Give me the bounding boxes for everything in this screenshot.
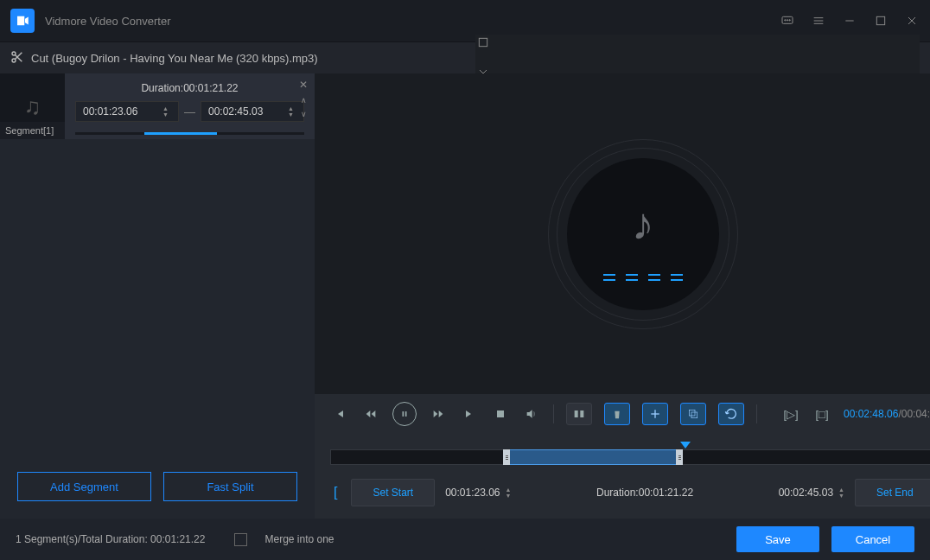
- preview-panel: ♪ [▷] [□] 00:02:48.06/00:04:32.08: [315, 73, 930, 519]
- spin-up-icon[interactable]: ▲: [288, 106, 296, 111]
- app-title: Vidmore Video Converter: [45, 15, 780, 28]
- compare-icon[interactable]: [566, 403, 592, 425]
- equalizer-icon: [603, 274, 683, 281]
- svg-rect-15: [479, 38, 487, 46]
- fast-split-button[interactable]: Fast Split: [163, 472, 297, 501]
- feedback-icon[interactable]: [780, 13, 795, 29]
- music-note-icon: ♪: [632, 198, 654, 250]
- spin-up-icon[interactable]: ▲: [506, 487, 512, 493]
- segment-duration: Duration:00:01:21.22: [75, 82, 304, 94]
- spin-up-icon[interactable]: ▲: [162, 106, 171, 111]
- spin-down-icon[interactable]: ▼: [506, 493, 512, 499]
- merge-checkbox[interactable]: [234, 533, 247, 546]
- rewind-icon[interactable]: [361, 404, 380, 423]
- minimize-icon[interactable]: [842, 13, 857, 29]
- timeline: [315, 434, 930, 472]
- current-time: 00:02:48.06: [844, 408, 898, 420]
- preview-area: ♪: [315, 73, 930, 394]
- segment-thumbnail[interactable]: ♫ Segment[1]: [0, 73, 65, 139]
- segment-mini-track[interactable]: [75, 132, 304, 135]
- cancel-button[interactable]: Cancel: [831, 526, 914, 552]
- add-segment-button[interactable]: Add Segment: [17, 472, 151, 501]
- time-display: 00:02:48.06/00:04:32.08: [844, 408, 930, 420]
- scissors-icon: [10, 50, 24, 67]
- skip-forward-icon[interactable]: [460, 404, 479, 423]
- close-icon[interactable]: [904, 13, 920, 29]
- maximize-icon[interactable]: [873, 13, 889, 29]
- copy-icon[interactable]: [680, 403, 706, 425]
- delete-icon[interactable]: [604, 403, 630, 425]
- forward-icon[interactable]: [429, 404, 448, 423]
- app-logo: [10, 9, 35, 33]
- start-time-display[interactable]: 00:01:23.06 ▲▼: [445, 487, 511, 499]
- music-note-icon: ♫: [24, 93, 41, 120]
- svg-point-1: [785, 20, 786, 21]
- stop-range-icon[interactable]: [□]: [812, 404, 831, 423]
- cut-title: Cut (Bugoy Drilon - Having You Near Me (…: [31, 52, 475, 65]
- duration-display: Duration:00:01:21.22: [521, 487, 768, 499]
- set-end-button[interactable]: Set End: [855, 479, 930, 506]
- total-time: 00:04:32.08: [901, 408, 930, 420]
- svg-rect-26: [691, 412, 698, 418]
- playback-controls: [▷] [□] 00:02:48.06/00:04:32.08: [315, 394, 930, 434]
- merge-label: Merge into one: [264, 533, 334, 545]
- segment-down-icon[interactable]: ∨: [301, 110, 307, 118]
- svg-rect-8: [876, 16, 884, 24]
- svg-rect-21: [575, 410, 578, 417]
- timeline-track[interactable]: [330, 449, 930, 465]
- skip-back-icon[interactable]: [330, 404, 349, 423]
- cut-subtitlebar: Cut (Bugoy Drilon - Having You Near Me (…: [0, 42, 930, 73]
- cut-maximize-icon[interactable]: [475, 35, 491, 50]
- pause-button[interactable]: [392, 402, 417, 426]
- range-dash: —: [184, 105, 195, 118]
- spin-down-icon[interactable]: ▼: [288, 112, 296, 118]
- audio-disc-visual: ♪: [548, 139, 738, 329]
- svg-point-3: [789, 20, 790, 21]
- selection-range[interactable]: [506, 449, 680, 465]
- stop-icon[interactable]: [491, 404, 510, 423]
- spin-down-icon[interactable]: ▼: [838, 493, 844, 499]
- svg-point-2: [787, 20, 787, 21]
- set-row: [ Set Start 00:01:23.06 ▲▼ Duration:00:0…: [315, 472, 930, 519]
- footer: 1 Segment(s)/Total Duration: 00:01:21.22…: [0, 519, 930, 560]
- save-button[interactable]: Save: [736, 526, 819, 552]
- segment-end-input[interactable]: 00:02:45.03 ▲▼: [201, 101, 304, 122]
- segment-label: Segment[1]: [0, 122, 65, 139]
- status-text: 1 Segment(s)/Total Duration: 00:01:21.22: [16, 533, 205, 545]
- segment-start-input[interactable]: 00:01:23.06 ▲▼: [75, 101, 179, 122]
- volume-icon[interactable]: [522, 404, 541, 423]
- svg-point-12: [12, 59, 16, 62]
- selection-end-handle[interactable]: [676, 449, 683, 465]
- segment-up-icon[interactable]: ∧: [301, 96, 307, 105]
- svg-point-11: [12, 52, 16, 55]
- play-range-icon[interactable]: [▷]: [781, 404, 800, 423]
- svg-rect-22: [580, 410, 583, 417]
- undo-icon[interactable]: [718, 403, 744, 425]
- svg-rect-25: [689, 410, 695, 416]
- svg-rect-18: [403, 411, 404, 417]
- menu-icon[interactable]: [811, 13, 826, 29]
- playhead-icon[interactable]: [680, 442, 691, 449]
- svg-rect-20: [497, 410, 504, 417]
- spin-down-icon[interactable]: ▼: [162, 112, 171, 118]
- set-start-button[interactable]: Set Start: [351, 479, 435, 506]
- bracket-left-icon: [: [330, 485, 341, 500]
- selection-start-handle[interactable]: [503, 449, 510, 465]
- end-time-display[interactable]: 00:02:45.03 ▲▼: [779, 487, 844, 499]
- segment-remove-icon[interactable]: ✕: [299, 79, 308, 91]
- spin-up-icon[interactable]: ▲: [838, 487, 844, 493]
- svg-rect-19: [405, 411, 407, 417]
- segment-panel: ♫ Segment[1] Duration:00:01:21.22 00:01:…: [0, 73, 315, 519]
- add-icon[interactable]: [642, 403, 668, 425]
